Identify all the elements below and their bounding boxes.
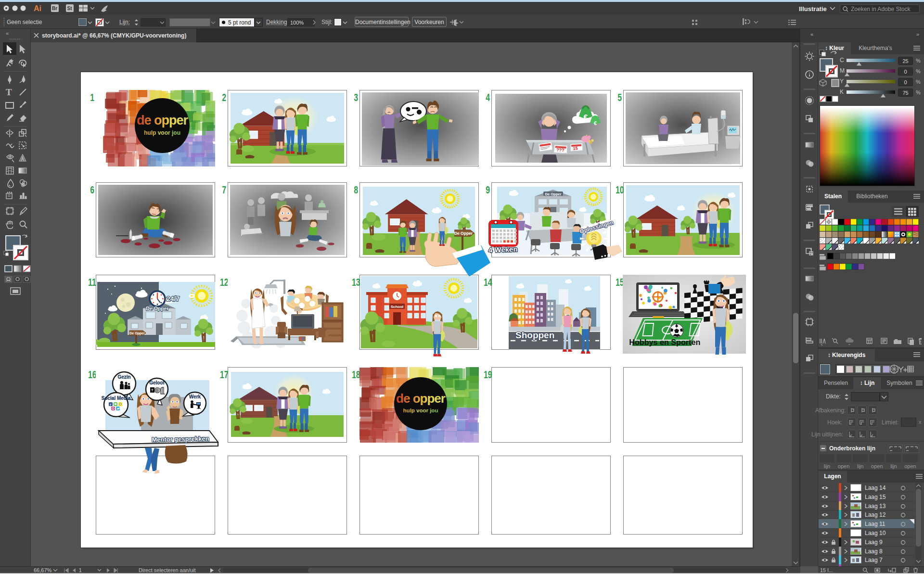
svg-text:de opper: de opper — [137, 113, 189, 128]
svg-text:Gezin: Gezin — [117, 374, 130, 380]
svg-text:T: T — [6, 87, 12, 97]
svg-text:24/7: 24/7 — [167, 295, 180, 303]
svg-text:De Opper: De Opper — [129, 332, 145, 335]
svg-text:Werk: Werk — [189, 394, 201, 399]
svg-text:1: 1 — [79, 568, 82, 573]
svg-text:School: School — [391, 305, 404, 309]
svg-text:4 Weken: 4 Weken — [488, 245, 518, 254]
svg-text:✝: ✝ — [151, 388, 154, 392]
svg-text:Shoppen: Shoppen — [515, 330, 554, 340]
svg-text:De Opper: De Opper — [454, 231, 473, 236]
svg-text:€: € — [584, 113, 588, 121]
svg-text:St: St — [67, 6, 73, 11]
svg-text:Br: Br — [52, 6, 57, 11]
svg-text:???: ??? — [556, 147, 565, 153]
svg-text:Mentor gesprekken: Mentor gesprekken — [152, 435, 209, 443]
svg-text:Geloof: Geloof — [149, 380, 165, 385]
svg-text:de opper: de opper — [396, 391, 446, 406]
svg-text:Social Media: Social Media — [102, 395, 131, 401]
svg-text:€: € — [594, 120, 597, 126]
svg-text:De Opper: De Opper — [545, 192, 562, 196]
svg-text:hulp voor jou: hulp voor jou — [144, 129, 180, 136]
svg-text:De Opper: De Opper — [146, 306, 168, 311]
svg-text:Ai: Ai — [34, 4, 41, 13]
svg-text:Hobbys en Sporten: Hobbys en Sporten — [629, 338, 700, 347]
svg-text:hulp voor jou: hulp voor jou — [403, 408, 438, 413]
svg-text:15: 15 — [573, 146, 578, 151]
